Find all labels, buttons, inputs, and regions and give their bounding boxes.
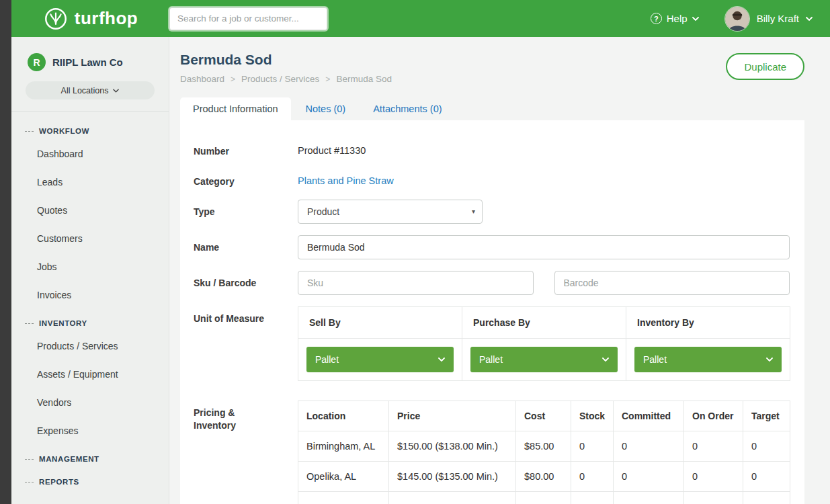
sku-input[interactable] xyxy=(298,271,534,295)
nav-section-label: MANAGEMENT xyxy=(39,455,99,463)
sell-by-dropdown[interactable]: Pallet xyxy=(306,347,454,372)
committed-cell: 0 xyxy=(614,461,684,491)
company-switcher[interactable]: R RIIPL Lawn Co xyxy=(11,37,169,71)
brand-logo[interactable]: turfhop xyxy=(11,6,169,32)
cost-cell: $80.00 xyxy=(516,461,571,491)
breadcrumb-products-services[interactable]: Products / Services xyxy=(241,74,319,84)
location-link-birmingham[interactable]: Birmingham, AL xyxy=(306,441,375,452)
help-menu[interactable]: ? Help xyxy=(651,13,699,24)
form-row-number: Number Product #11330 xyxy=(194,139,790,158)
sidebar-item-quotes[interactable]: Quotes xyxy=(11,196,169,224)
section-dash-icon xyxy=(25,131,34,132)
form-row-sku-barcode: Sku / Barcode xyxy=(194,271,790,295)
sidebar-item-vendors[interactable]: Vendors xyxy=(11,388,169,417)
all-locations-label: All Locations xyxy=(61,86,109,95)
category-link[interactable]: Plants and Pine Straw xyxy=(298,169,790,186)
chevron-down-icon xyxy=(806,17,813,21)
nav-section-label: WORKFLOW xyxy=(39,127,89,135)
chevron-down-icon xyxy=(766,358,773,362)
product-number-value: Product #11330 xyxy=(298,139,790,156)
product-information-panel: Number Product #11330 Category Plants an… xyxy=(180,120,804,504)
column-stock: Stock xyxy=(571,401,614,431)
sidebar-item-leads[interactable]: Leads xyxy=(11,168,169,196)
nav-section-reports[interactable]: REPORTS xyxy=(11,468,169,491)
uom-column-sell-by: Sell By xyxy=(298,306,462,338)
brand-name: turfhop xyxy=(75,8,138,29)
all-locations-dropdown[interactable]: All Locations xyxy=(26,81,155,99)
form-row-unit-of-measure: Unit of Measure Sell By Purchase By Inve… xyxy=(194,306,790,381)
tab-product-information[interactable]: Product Information xyxy=(180,97,291,120)
target-cell: 0 xyxy=(743,461,790,491)
caret-down-icon: ▾ xyxy=(472,208,475,215)
committed-cell: 0 xyxy=(614,431,684,461)
column-location: Location xyxy=(298,401,389,431)
purchase-by-dropdown[interactable]: Pallet xyxy=(470,347,618,372)
nav-section-management[interactable]: MANAGEMENT xyxy=(11,445,169,468)
search-input[interactable] xyxy=(169,7,327,30)
target-cell: 0 xyxy=(743,431,790,461)
form-row-category: Category Plants and Pine Straw xyxy=(194,169,790,188)
sidebar-item-assets-equipment[interactable]: Assets / Equipment xyxy=(11,360,169,388)
stock-cell: 0 xyxy=(571,461,614,491)
unit-of-measure-table: Sell By Purchase By Inventory By Pallet xyxy=(298,306,790,381)
turfhop-logo-icon xyxy=(43,6,69,32)
column-price: Price xyxy=(389,401,516,431)
barcode-input[interactable] xyxy=(554,271,790,295)
table-header-row: Location Price Cost Stock Committed On O… xyxy=(298,401,790,431)
tab-attachments[interactable]: Attachments (0) xyxy=(360,97,454,120)
nav-section-label: INVENTORY xyxy=(39,319,87,327)
section-dash-icon xyxy=(25,459,34,460)
sidebar-item-invoices[interactable]: Invoices xyxy=(11,281,169,309)
column-on-order: On Order xyxy=(684,401,743,431)
uom-column-purchase-by: Purchase By xyxy=(462,306,626,338)
user-name: Billy Kraft xyxy=(757,13,799,24)
company-badge: R xyxy=(28,53,46,71)
table-row: Opelika, AL $145.00 ($135.00 Min.) $80.0… xyxy=(298,461,790,491)
type-label: Type xyxy=(194,200,298,224)
type-select[interactable]: Product ▾ xyxy=(298,200,483,224)
table-row-partial xyxy=(298,491,790,504)
on-order-cell: 0 xyxy=(684,461,743,491)
stock-cell: 0 xyxy=(571,431,614,461)
nav-section-inventory: INVENTORY xyxy=(11,309,169,332)
avatar xyxy=(724,6,750,32)
breadcrumb: Dashboard > Products / Services > Bermud… xyxy=(180,74,392,84)
duplicate-button[interactable]: Duplicate xyxy=(726,53,804,80)
section-dash-icon xyxy=(25,482,34,482)
sidebar-item-expenses[interactable]: Expenses xyxy=(11,417,169,445)
on-order-cell: 0 xyxy=(684,431,743,461)
sidebar-item-customers[interactable]: Customers xyxy=(11,224,169,253)
pricing-inventory-label: Pricing & Inventory xyxy=(194,401,298,432)
category-label: Category xyxy=(194,169,298,188)
name-input[interactable] xyxy=(298,235,790,259)
chevron-right-icon: > xyxy=(325,75,330,84)
nav-section-label: REPORTS xyxy=(39,478,79,486)
pricing-inventory-table: Location Price Cost Stock Committed On O… xyxy=(298,401,790,504)
app-root: turfhop ? Help Bill xyxy=(0,0,830,504)
location-link-opelika[interactable]: Opelika, AL xyxy=(306,471,356,482)
inventory-by-dropdown[interactable]: Pallet xyxy=(634,347,782,372)
number-label: Number xyxy=(194,139,298,158)
nav-section-workflow: WORKFLOW xyxy=(11,117,169,140)
left-edge-strip xyxy=(0,0,11,504)
chevron-down-icon xyxy=(692,17,699,21)
sidebar-nav: WORKFLOW Dashboard Leads Quotes Customer… xyxy=(11,112,169,491)
sidebar-item-products-services[interactable]: Products / Services xyxy=(11,332,169,360)
column-committed: Committed xyxy=(614,401,684,431)
column-cost: Cost xyxy=(516,401,571,431)
page-title: Bermuda Sod xyxy=(180,52,392,68)
sell-by-value: Pallet xyxy=(315,354,339,365)
tab-notes[interactable]: Notes (0) xyxy=(293,97,359,120)
price-cell: $150.00 ($138.00 Min.) xyxy=(389,431,516,461)
type-select-value: Product xyxy=(307,206,339,217)
breadcrumb-dashboard[interactable]: Dashboard xyxy=(180,74,224,84)
sidebar-item-jobs[interactable]: Jobs xyxy=(11,253,169,281)
chevron-right-icon: > xyxy=(231,75,235,84)
cost-cell: $85.00 xyxy=(516,431,571,461)
page-header: Bermuda Sod Dashboard > Products / Servi… xyxy=(180,52,804,84)
name-label: Name xyxy=(194,235,298,259)
sidebar-item-dashboard[interactable]: Dashboard xyxy=(11,140,169,168)
user-menu[interactable]: Billy Kraft xyxy=(724,6,813,32)
chevron-down-icon xyxy=(602,358,609,362)
price-cell: $145.00 ($135.00 Min.) xyxy=(389,461,516,491)
